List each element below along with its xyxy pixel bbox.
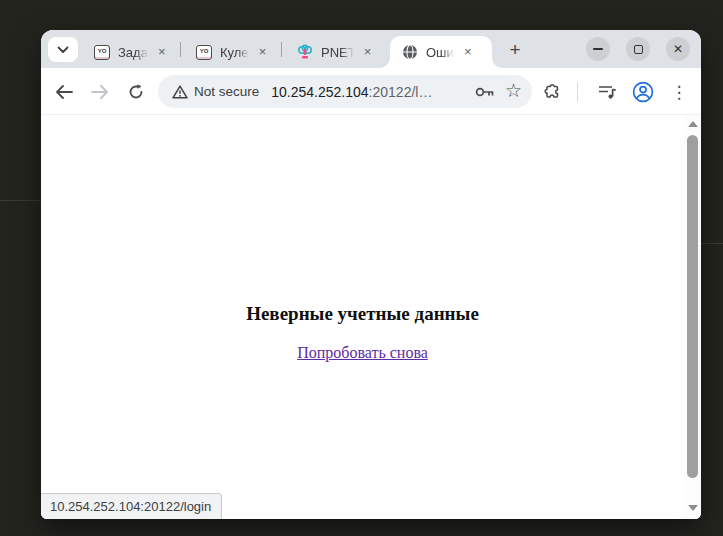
tab-separator	[180, 42, 181, 57]
desktop-artifact-line	[701, 243, 723, 244]
tab-strip: YO Зада × YO Куле ×	[41, 30, 701, 68]
window-close-icon: ✕	[673, 42, 683, 56]
yo-box-icon: YO	[94, 44, 110, 60]
star-icon: ☆	[505, 79, 522, 102]
page-heading: Неверные учетные данные	[41, 303, 684, 325]
browser-window: YO Зада × YO Куле ×	[41, 30, 701, 519]
pnetlab-icon	[297, 44, 313, 60]
close-icon[interactable]: ×	[360, 44, 375, 60]
forward-button[interactable]	[86, 78, 114, 106]
reload-button[interactable]	[122, 78, 150, 106]
media-controls-button[interactable]	[593, 78, 621, 106]
window-maximize-button[interactable]	[626, 37, 650, 61]
url-text[interactable]: 10.254.252.104:20122/l…	[271, 84, 465, 100]
retry-link-row: Попробовать снова	[41, 344, 684, 362]
browser-menu-button[interactable]: ⋮	[665, 78, 693, 106]
plus-icon: +	[509, 39, 520, 61]
security-chip-label: Not secure	[194, 84, 259, 99]
media-controls-icon	[598, 84, 617, 100]
extensions-button[interactable]	[539, 78, 567, 106]
tab-search-button[interactable]	[48, 37, 78, 62]
vertical-scrollbar[interactable]	[684, 115, 701, 519]
chevron-down-icon	[57, 46, 69, 54]
back-button[interactable]	[50, 78, 78, 106]
browser-toolbar: Not secure 10.254.252.104:20122/l… ☆	[41, 68, 701, 115]
warning-triangle-icon	[172, 85, 188, 99]
url-host: 10.254.252.104	[271, 84, 368, 100]
yo-box-icon: YO	[196, 44, 212, 60]
link-target-status-bubble: 10.254.252.104:20122/login	[41, 493, 222, 519]
scroll-down-icon[interactable]	[688, 505, 698, 511]
window-minimize-button[interactable]	[586, 37, 610, 61]
tab-error-active[interactable]: Оши ×	[390, 36, 492, 68]
kebab-menu-icon: ⋮	[671, 82, 688, 103]
desktop-artifact-line	[0, 200, 41, 201]
profile-avatar-icon	[632, 81, 654, 103]
tab-title: PNET	[321, 45, 354, 60]
maximize-icon	[634, 45, 643, 54]
tab-title: Оши	[426, 45, 454, 60]
tab-title: Куле	[220, 45, 249, 60]
new-tab-button[interactable]: +	[503, 38, 527, 62]
tab-pnet[interactable]: PNET ×	[289, 36, 381, 68]
password-key-button[interactable]	[475, 86, 495, 98]
scrollbar-thumb[interactable]	[687, 135, 698, 478]
globe-icon	[402, 44, 418, 60]
url-tail: :20122/l…	[369, 84, 433, 100]
reload-icon	[128, 84, 144, 100]
close-icon[interactable]: ×	[154, 44, 170, 60]
tab-separator	[281, 42, 282, 57]
close-icon[interactable]: ×	[460, 44, 476, 60]
tab-zadachi[interactable]: YO Зада ×	[86, 36, 178, 68]
forward-arrow-icon	[91, 85, 109, 99]
toolbar-divider	[577, 82, 578, 102]
close-icon[interactable]: ×	[255, 44, 271, 60]
profile-button[interactable]	[629, 78, 657, 106]
page-content: Неверные учетные данные Попробовать снов…	[41, 115, 701, 519]
retry-link[interactable]: Попробовать снова	[297, 344, 428, 361]
back-arrow-icon	[55, 85, 73, 99]
bookmark-star-button[interactable]: ☆	[505, 79, 522, 102]
scroll-up-icon[interactable]	[688, 121, 698, 127]
address-bar[interactable]: Not secure 10.254.252.104:20122/l… ☆	[158, 75, 532, 108]
tab-title: Зада	[118, 45, 148, 60]
tab-kule[interactable]: YO Куле ×	[188, 36, 280, 68]
security-chip[interactable]: Not secure	[172, 84, 259, 99]
key-icon	[475, 86, 495, 98]
window-close-button[interactable]: ✕	[666, 37, 690, 61]
extensions-puzzle-icon	[544, 83, 562, 101]
desktop: { "colors": { "desktop_bg": "#24241f", "…	[0, 0, 723, 536]
minimize-icon	[593, 48, 603, 50]
